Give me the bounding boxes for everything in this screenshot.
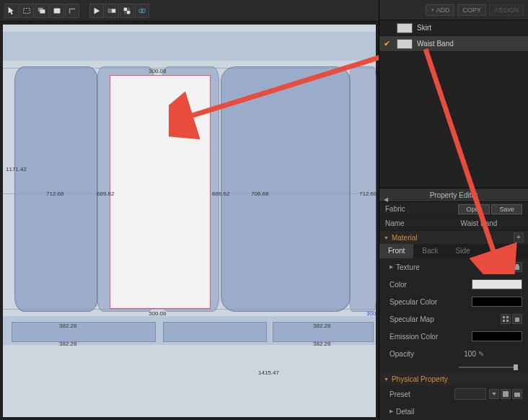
layer-label: Waist Band [417, 40, 454, 48]
copy-button[interactable]: COPY [457, 4, 486, 16]
material-add-button[interactable]: + [514, 232, 524, 242]
svg-rect-21 [503, 320, 505, 322]
dim-bottom: 300.08 [149, 310, 166, 317]
texture-delete-icon[interactable] [512, 262, 522, 272]
dim-top: 300.08 [149, 68, 166, 74]
pattern-canvas[interactable]: 1171.42 1415.47 300.08 300.08 689.82 689… [0, 22, 379, 420]
fabric-open-button[interactable]: Open [458, 204, 490, 214]
svg-rect-7 [108, 9, 112, 12]
svg-rect-20 [506, 316, 509, 318]
dim-706: 706.68 [251, 191, 268, 197]
preset-save-icon[interactable] [501, 389, 511, 399]
color-label: Color [390, 281, 454, 289]
layer-item-skirt[interactable]: Skirt [379, 20, 528, 36]
detail-label: Detail [396, 408, 461, 416]
svg-rect-17 [503, 268, 505, 270]
right-panel: + ADD COPY ASSIGN Skirt ✔ Waist Band ◀ P… [379, 0, 528, 420]
dim-h-right: 689.62 [212, 191, 229, 197]
ruler-y-label-2: 1415.47 [258, 369, 279, 376]
dim-382-d: 382.28 [313, 341, 330, 347]
add-button[interactable]: + ADD [426, 4, 454, 16]
specular-map-label: Specular Map [390, 315, 454, 323]
tool-layer[interactable] [105, 4, 119, 18]
material-tabs: Front Back Side [379, 244, 528, 258]
layer-item-waistband[interactable]: ✔ Waist Band [379, 36, 528, 52]
preset-dropdown-icon[interactable] [489, 389, 499, 399]
property-editor-header: ◀ Property Editor [379, 188, 528, 202]
svg-rect-16 [506, 264, 509, 266]
opacity-value: 100 [454, 350, 476, 358]
tool-select[interactable] [4, 4, 19, 18]
opacity-slider[interactable] [459, 367, 518, 368]
tool-pattern-3[interactable] [50, 4, 64, 18]
ruler-y-label: 1171.42 [6, 166, 27, 172]
svg-rect-15 [503, 264, 505, 266]
texture-label: Texture [396, 263, 461, 271]
svg-rect-0 [24, 8, 30, 13]
opacity-label: Opacity [390, 350, 454, 358]
svg-rect-8 [124, 7, 127, 10]
name-label: Name [385, 219, 436, 227]
name-value[interactable]: Waist Band [436, 219, 522, 227]
specmap-grid-icon[interactable] [501, 314, 511, 324]
svg-point-13 [141, 9, 145, 12]
color-swatch[interactable] [472, 279, 522, 289]
tool-pattern-1[interactable] [19, 4, 34, 18]
tool-checker[interactable] [120, 4, 134, 18]
svg-rect-5 [70, 9, 76, 14]
dim-712-l: 712.68 [46, 191, 63, 197]
texture-grid-icon[interactable] [501, 262, 511, 272]
svg-rect-2 [40, 9, 45, 13]
svg-rect-9 [127, 11, 130, 14]
specmap-delete-icon[interactable] [512, 314, 522, 324]
svg-rect-23 [503, 391, 509, 397]
svg-rect-3 [54, 8, 61, 13]
dim-382-a: 382.28 [59, 323, 76, 329]
svg-rect-19 [503, 316, 505, 318]
svg-rect-10 [127, 7, 130, 10]
fabric-label: Fabric [385, 205, 436, 213]
specular-color-label: Specular Color [390, 298, 454, 306]
dim-300: 300 [366, 310, 376, 317]
svg-rect-22 [506, 320, 509, 322]
layer-list: Skirt ✔ Waist Band [379, 20, 528, 52]
tool-pattern-2[interactable] [35, 4, 49, 18]
preset-dropdown[interactable] [454, 388, 486, 400]
dim-h-left: 689.82 [97, 191, 114, 197]
layer-panel-toolbar: + ADD COPY ASSIGN [379, 0, 528, 20]
emission-color-label: Emission Color [390, 333, 454, 341]
preset-label: Preset [390, 390, 454, 398]
layer-swatch[interactable] [397, 23, 413, 33]
opacity-edit-icon[interactable]: ✎ [476, 350, 486, 358]
canvas-toolbar [0, 0, 379, 22]
tool-play[interactable] [89, 4, 104, 18]
material-section-header[interactable]: ▼ Material + [379, 231, 528, 244]
physical-section-header[interactable]: ▼ Physical Property [379, 372, 528, 385]
layer-swatch[interactable] [397, 39, 413, 49]
specular-color-swatch[interactable] [472, 297, 522, 307]
layer-check-icon: ✔ [384, 39, 392, 48]
tool-pattern-4[interactable] [65, 4, 79, 18]
assign-button[interactable]: ASSIGN [489, 4, 524, 16]
fabric-save-button[interactable]: Save [491, 204, 522, 214]
preset-open-icon[interactable] [512, 389, 522, 399]
selected-pattern[interactable] [110, 75, 211, 309]
layer-label: Skirt [417, 24, 431, 32]
dim-382-c: 382.28 [313, 323, 330, 329]
dim-712-r: 712.68 [359, 191, 377, 197]
tab-back[interactable]: Back [413, 244, 446, 258]
svg-rect-18 [506, 268, 509, 270]
emission-color-swatch[interactable] [472, 331, 522, 341]
property-editor: Fabric Open Save Name Waist Band ▼ Mater… [379, 202, 528, 420]
svg-rect-11 [124, 11, 127, 14]
tab-side[interactable]: Side [447, 244, 479, 258]
tab-front[interactable]: Front [379, 244, 413, 258]
dim-382-b: 382.28 [59, 341, 76, 347]
tool-link[interactable] [135, 4, 149, 18]
